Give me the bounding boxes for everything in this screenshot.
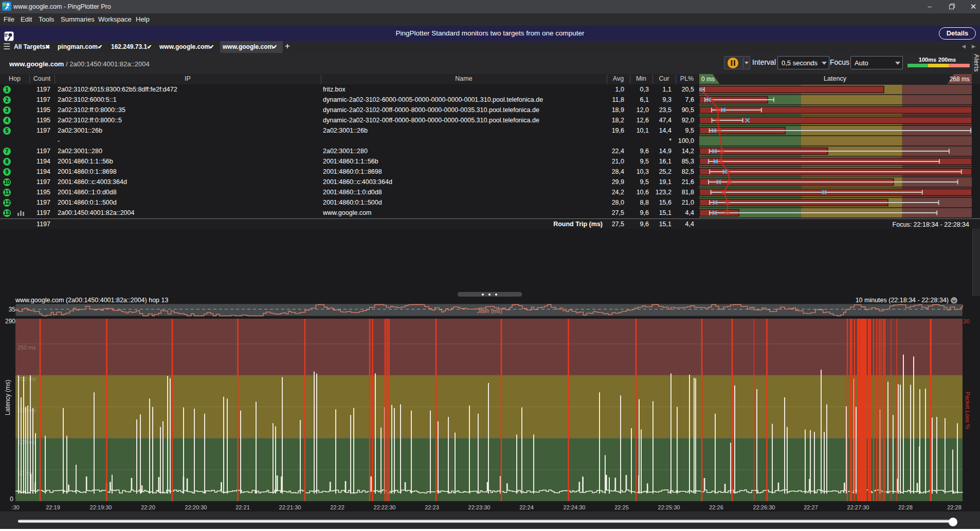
svg-text:250 ms: 250 ms [17, 344, 37, 351]
svg-text:200 ms: 200 ms [17, 376, 37, 382]
svg-text:268 ms: 268 ms [950, 76, 970, 83]
svg-text:0 ms: 0 ms [701, 76, 715, 83]
svg-text:100 ms: 100 ms [17, 439, 37, 445]
svg-text:Jitter (ms): Jitter (ms) [477, 308, 502, 314]
